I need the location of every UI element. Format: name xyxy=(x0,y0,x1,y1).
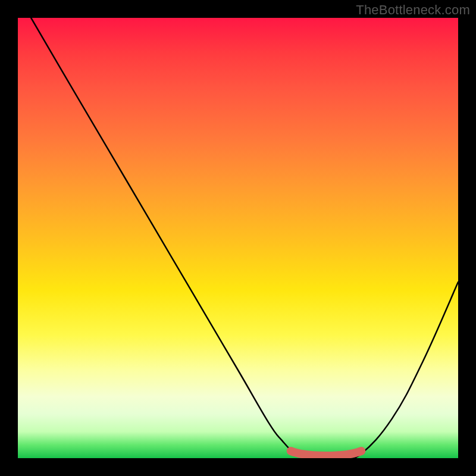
watermark-text: TheBottleneck.com xyxy=(356,2,470,18)
plot-area xyxy=(18,18,458,458)
bottleneck-curve xyxy=(31,18,458,458)
curve-layer xyxy=(18,18,458,458)
optimum-marker xyxy=(291,451,361,456)
chart-frame: TheBottleneck.com xyxy=(0,0,476,476)
